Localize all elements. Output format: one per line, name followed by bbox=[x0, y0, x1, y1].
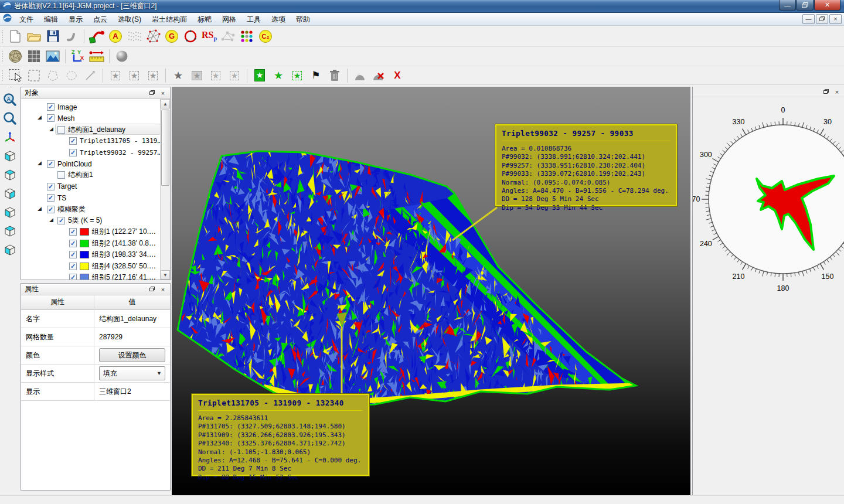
objects-tree-scrollbar[interactable]: ▲ ▼ bbox=[160, 99, 170, 280]
ruler-measure-icon[interactable] bbox=[89, 49, 105, 64]
geosphere-icon[interactable] bbox=[7, 49, 23, 64]
tree-item[interactable]: ◢结构面1_delaunay bbox=[21, 124, 160, 135]
tree-checkbox[interactable]: ✓ bbox=[69, 228, 77, 236]
minimize-button[interactable]: — bbox=[779, 0, 796, 11]
zoom-all-icon[interactable]: A bbox=[2, 92, 18, 107]
tree-item[interactable]: ✓组别3 (198.33' 34.… bbox=[21, 249, 160, 260]
float-panel-icon[interactable] bbox=[148, 89, 157, 97]
star-green-icon[interactable]: ★ bbox=[270, 68, 287, 83]
tree-item[interactable]: ✓TS bbox=[21, 192, 160, 203]
circle-a-icon[interactable]: A bbox=[107, 29, 124, 44]
zoom-icon[interactable] bbox=[2, 111, 18, 126]
float-panel-icon[interactable] bbox=[148, 285, 157, 294]
circle-c2-icon[interactable]: C₂ bbox=[257, 29, 274, 44]
mdi-minimize-button[interactable]: — bbox=[802, 14, 815, 24]
viewport-3d[interactable]: Triplet99032 - 99257 - 99033Area = 0.010… bbox=[172, 87, 690, 495]
mdi-app-icon[interactable] bbox=[3, 13, 12, 25]
star-green-box-icon[interactable]: ★ bbox=[251, 68, 268, 83]
tree-checkbox[interactable]: ✓ bbox=[47, 114, 55, 122]
display-style-select[interactable]: 填充▼ bbox=[99, 366, 165, 380]
scroll-thumb[interactable] bbox=[161, 110, 169, 186]
circle-o-icon[interactable] bbox=[182, 29, 199, 44]
menu-编辑[interactable]: 编辑 bbox=[39, 13, 63, 25]
tree-item[interactable]: ✓组别2 (141.38' 0.8… bbox=[21, 238, 160, 249]
mdi-restore-button[interactable] bbox=[816, 14, 828, 24]
tree-checkbox[interactable]: ✓ bbox=[69, 251, 77, 258]
tree-checkbox[interactable]: ✓ bbox=[47, 194, 55, 202]
dome-icon[interactable] bbox=[352, 68, 368, 83]
new-file-icon[interactable] bbox=[7, 29, 23, 44]
save-icon[interactable] bbox=[45, 29, 61, 44]
restore-button[interactable] bbox=[797, 0, 814, 11]
star-dashed-icon[interactable]: ★ bbox=[126, 68, 142, 83]
view-cube-right-icon[interactable] bbox=[2, 205, 18, 220]
close-panel-icon[interactable]: × bbox=[158, 89, 168, 97]
tree-item[interactable]: ◢✓Mesh bbox=[21, 113, 160, 124]
tree-item[interactable]: 结构面1 bbox=[21, 169, 160, 181]
open-file-icon[interactable] bbox=[26, 29, 42, 44]
star-dashedbox-icon[interactable]: ★ bbox=[207, 68, 224, 83]
expand-icon[interactable]: ◢ bbox=[49, 126, 53, 132]
tree-checkbox[interactable]: ✓ bbox=[47, 183, 55, 190]
tree-item[interactable]: ◢✓5类 (K = 5) bbox=[21, 215, 160, 226]
sphere-icon[interactable] bbox=[114, 49, 130, 64]
star-green-dashedbox-icon[interactable]: ★ bbox=[289, 68, 305, 83]
tree-item[interactable]: ✓Triplet131705 - 1319… bbox=[21, 135, 160, 147]
set-color-button[interactable]: 设置颜色 bbox=[99, 348, 165, 362]
view-cube-front-icon[interactable] bbox=[2, 148, 18, 164]
tree-checkbox[interactable]: ✓ bbox=[69, 263, 77, 270]
menu-显示[interactable]: 显示 bbox=[63, 13, 88, 25]
axes3d-icon[interactable] bbox=[2, 130, 18, 145]
view-cube-back-icon[interactable] bbox=[2, 167, 18, 182]
scroll-up-icon[interactable]: ▲ bbox=[161, 99, 170, 108]
star-dashed-icon[interactable]: ★ bbox=[107, 68, 124, 83]
register-tool-icon[interactable] bbox=[89, 29, 105, 44]
rsp-icon[interactable]: RSp bbox=[201, 29, 217, 44]
view-cube-bottom-icon[interactable] bbox=[2, 242, 18, 257]
tree-checkbox[interactable]: ✓ bbox=[47, 160, 55, 168]
tree-item[interactable]: ✓组别1 (122.27' 10.… bbox=[21, 226, 160, 237]
close-panel-icon[interactable]: × bbox=[832, 88, 842, 96]
menu-文件[interactable]: 文件 bbox=[14, 13, 39, 25]
menu-帮助[interactable]: 帮助 bbox=[291, 13, 315, 25]
tree-checkbox[interactable]: ✓ bbox=[69, 240, 77, 247]
pick-tool-icon[interactable] bbox=[63, 29, 80, 44]
expand-icon[interactable]: ◢ bbox=[38, 114, 42, 120]
grid-table-icon[interactable] bbox=[26, 49, 42, 64]
tree-item[interactable]: ◢✓PointCloud bbox=[21, 158, 160, 169]
menu-标靶[interactable]: 标靶 bbox=[192, 13, 217, 25]
tree-checkbox[interactable]: ✓ bbox=[47, 103, 55, 111]
tree-checkbox[interactable]: ✓ bbox=[69, 274, 77, 280]
expand-icon[interactable]: ◢ bbox=[38, 160, 42, 166]
menu-选项[interactable]: 选项 bbox=[266, 13, 291, 25]
tree-item[interactable]: ✓Image bbox=[21, 101, 160, 113]
ellipse-select-icon[interactable] bbox=[63, 68, 80, 83]
pointcloud-dots-icon[interactable] bbox=[126, 29, 142, 44]
tree-checkbox[interactable] bbox=[57, 126, 65, 134]
red-x-icon[interactable]: X bbox=[389, 68, 406, 83]
tree-item[interactable]: ✓Triplet99032 - 99257… bbox=[21, 147, 160, 158]
menu-选取(S)[interactable]: 选取(S) bbox=[113, 13, 147, 25]
trash-icon[interactable] bbox=[326, 68, 343, 83]
close-button[interactable]: ✕ bbox=[814, 0, 840, 11]
tree-item[interactable]: ◢✓模糊聚类 bbox=[21, 204, 160, 215]
expand-icon[interactable]: ◢ bbox=[38, 206, 42, 212]
tree-item[interactable]: ✓Target bbox=[21, 181, 160, 192]
tree-item[interactable]: ✓组别4 (328.50' 50.… bbox=[21, 261, 160, 272]
star-dashedbox-icon[interactable]: ★ bbox=[226, 68, 243, 83]
circle-g-icon[interactable]: G bbox=[164, 29, 180, 44]
float-panel-icon[interactable] bbox=[822, 88, 831, 96]
tree-checkbox[interactable]: ✓ bbox=[57, 217, 65, 224]
tree-checkbox[interactable]: ✓ bbox=[69, 137, 77, 145]
color-dots-grid-icon[interactable] bbox=[239, 29, 255, 44]
polyhedron-wire-icon[interactable] bbox=[145, 29, 161, 44]
tree-checkbox[interactable]: ✓ bbox=[69, 149, 77, 156]
star-box-icon[interactable]: ★ bbox=[189, 68, 205, 83]
line-select-icon[interactable] bbox=[82, 68, 98, 83]
network-icon[interactable] bbox=[220, 29, 236, 44]
menu-岩土结构面[interactable]: 岩土结构面 bbox=[147, 13, 192, 25]
poly-select-icon[interactable] bbox=[45, 68, 61, 83]
cursor-select-icon[interactable] bbox=[7, 68, 23, 83]
menu-点云[interactable]: 点云 bbox=[88, 13, 113, 25]
close-panel-icon[interactable]: × bbox=[158, 285, 168, 294]
